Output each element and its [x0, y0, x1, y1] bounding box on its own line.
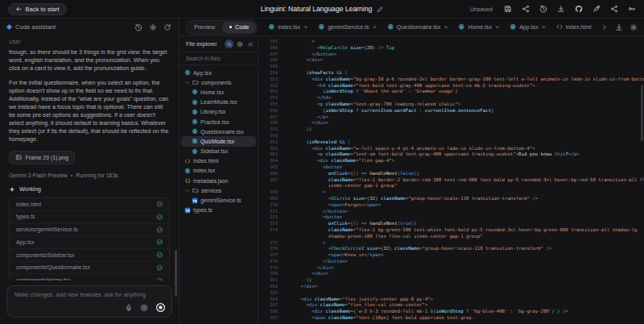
close-tab-icon[interactable]: × [373, 24, 377, 31]
code-editor[interactable]: 345 >346 <HelpCircle size={20} /> Tip347… [258, 36, 644, 324]
working-file-row[interactable]: components/Home.tsx [10, 274, 169, 280]
history-icon[interactable] [134, 23, 142, 31]
download-icon[interactable] [615, 23, 623, 31]
line-number: 375 [258, 240, 284, 247]
code-line: 384 <div className="flex justify-center … [258, 297, 644, 303]
stop-icon[interactable] [155, 302, 166, 313]
top-actions: Unsaved [470, 5, 636, 13]
download-icon[interactable] [557, 5, 565, 13]
share-icon[interactable] [610, 5, 618, 13]
working-file-row[interactable]: index.html [10, 198, 169, 211]
code-text: <HelpCircle size={20} /> Tip [284, 45, 644, 52]
code-line: 346 <HelpCircle size={20} /> Tip [258, 45, 644, 52]
file-tab-label: geminiService.ts [328, 24, 369, 30]
rocket-icon[interactable] [592, 5, 601, 13]
check-circle-icon [156, 239, 163, 246]
line-number: 376 [258, 246, 284, 252]
close-tab-icon[interactable]: × [304, 24, 308, 31]
search-icon[interactable] [225, 39, 233, 48]
chevron-down-icon [184, 188, 190, 193]
tree-folder-components[interactable]: components [181, 77, 256, 87]
working-file-row[interactable]: services/geminiService.ts [10, 224, 169, 237]
file-tab-app-tsx[interactable]: App.tsx× [505, 22, 551, 33]
search-in-files-input[interactable]: Search in files [180, 52, 258, 65]
chat-input[interactable]: Make changes, add new features, ask for … [6, 285, 172, 318]
file-tab-geminiservice-ts[interactable]: geminiService.ts× [313, 22, 382, 33]
back-button[interactable]: Back to start [8, 3, 67, 15]
plus-icon[interactable] [140, 304, 148, 312]
code-text: </button> [284, 52, 644, 58]
tree-file-home-tsx[interactable]: Home.tsx [181, 87, 256, 97]
chat-scrollbar[interactable] [175, 250, 177, 297]
plus-icon[interactable] [235, 39, 244, 48]
tab-code[interactable]: Code [222, 22, 256, 33]
code-text: <span>Knew it</span> [284, 252, 644, 259]
close-tab-icon[interactable]: × [495, 24, 499, 31]
gear-icon[interactable] [630, 23, 638, 31]
user-message-paragraph: though, so there should be 3 things in t… [9, 48, 170, 73]
code-area-split: File explorer Search in files App.tsxcom… [180, 36, 644, 324]
chat-transcript[interactable]: User though, so there should be 3 things… [0, 35, 179, 280]
save-icon[interactable] [504, 5, 512, 13]
attachment-chip[interactable]: Frame 29 (1).png [9, 151, 75, 165]
line-number: 345 [258, 39, 284, 45]
file-tab-index-tsx[interactable]: index.tsx× [263, 22, 312, 33]
close-tab-icon[interactable]: × [542, 24, 546, 31]
chevron-right-icon[interactable] [601, 23, 609, 31]
svg-text:TS: TS [192, 198, 196, 202]
check-circle-icon [156, 277, 163, 281]
tree-file-library-tsx[interactable]: Library.tsx [181, 107, 256, 117]
mic-icon[interactable] [125, 304, 133, 312]
working-file-row[interactable]: types.ts [10, 211, 169, 224]
working-file-row[interactable]: components/Questionnaire.tsx [10, 262, 169, 275]
collapse-icon[interactable] [246, 39, 254, 48]
code-line: 376 <CheckCircle2 size={32} className="g… [258, 246, 644, 252]
tree-file-metadata-json[interactable]: {}metadata.json [181, 176, 256, 185]
tree-file-types-ts[interactable]: TStypes.ts [181, 206, 256, 215]
tab-preview[interactable]: Preview [187, 22, 222, 33]
svg-text:{}: {} [184, 177, 190, 183]
code-text: </div> [284, 284, 644, 290]
tree-file-quizmode-tsx[interactable]: QuizMode.tsx [181, 136, 256, 146]
tree-file-sidebar-tsx[interactable]: Sidebar.tsx [181, 147, 256, 156]
line-number: 357 [258, 114, 284, 121]
working-file-name: types.ts [16, 213, 35, 221]
tree-folder-services[interactable]: services [181, 185, 256, 195]
tree-file-questionnaire-tsx[interactable]: Questionnaire.tsx [181, 127, 256, 136]
editor-scrollbar[interactable] [641, 85, 643, 141]
code-line: 364 <div className="flex gap-4"> [258, 158, 644, 164]
gear-icon[interactable] [149, 23, 157, 31]
line-number: 356 [258, 108, 284, 114]
tree-file-learnmode-tsx[interactable]: LearnMode.tsx [181, 98, 256, 107]
file-tab-index-html[interactable]: index.html× [551, 22, 595, 33]
close-tab-icon[interactable]: × [444, 24, 448, 31]
history-icon[interactable] [539, 5, 547, 13]
code-line: 383 [258, 290, 644, 297]
file-explorer-title: File explorer [186, 41, 217, 47]
edit-title-icon[interactable] [376, 6, 383, 13]
file-tab-label: index.tsx [278, 24, 300, 30]
file-tab-home-tsx[interactable]: Home.tsx× [453, 22, 504, 33]
code-text: <div className="flex justify-center gap-… [284, 297, 644, 303]
github-icon[interactable] [575, 5, 583, 13]
refresh-icon[interactable] [163, 23, 171, 31]
message-role-label: User [9, 38, 170, 46]
line-number: 373 [258, 221, 284, 227]
tree-file-practice-tsx[interactable]: Practice.tsx [181, 117, 256, 127]
tree-file-geminiservice-ts[interactable]: TSgeminiService.ts [181, 195, 256, 205]
fork-icon[interactable] [522, 5, 530, 13]
folder-icon [192, 187, 199, 193]
tab-preview-label: Preview [194, 23, 215, 31]
code-text: <button [284, 214, 644, 221]
tab-bar: Preview Code index.tsx×geminiService.ts×… [180, 19, 644, 36]
tree-file-index-html[interactable]: index.html [181, 156, 256, 166]
tree-file-index-tsx[interactable]: index.tsx [181, 166, 256, 176]
code-text: {isWordStep ? currentItem.wordFact : cur… [284, 108, 644, 114]
working-file-row[interactable]: components/Sidebar.tsx [10, 249, 169, 262]
file-tab-questionnaire-tsx[interactable]: Questionnaire.tsx× [382, 22, 453, 33]
ts-file-icon: TS [192, 197, 198, 204]
working-file-row[interactable]: App.tsx [10, 236, 169, 249]
tree-file-app-tsx[interactable]: App.tsx [181, 68, 256, 77]
key-icon[interactable] [628, 5, 636, 13]
working-file-name: components/Sidebar.tsx [16, 251, 75, 260]
